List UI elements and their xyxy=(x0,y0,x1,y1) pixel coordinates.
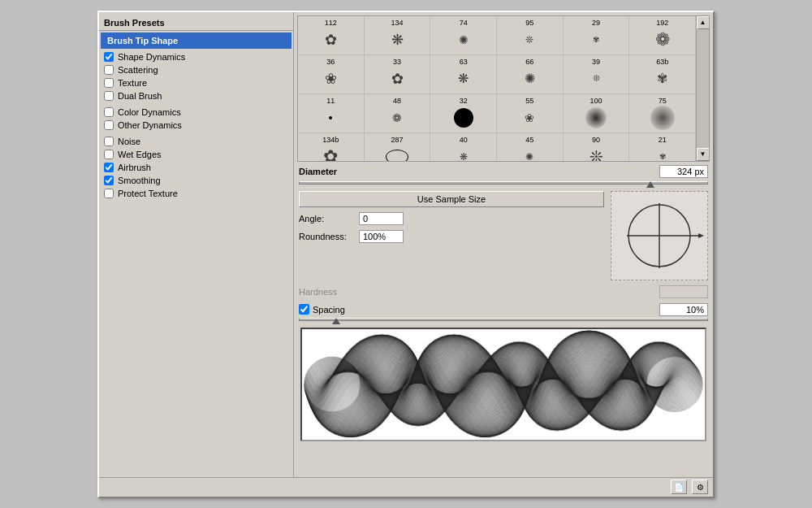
spacing-label[interactable]: Spacing xyxy=(299,304,345,315)
brush-cell-icon: ❀ xyxy=(516,106,542,129)
sidebar-item-color-dynamics[interactable]: Color Dynamics xyxy=(99,106,293,119)
brush-row: 36❀33✿63❋66✺39❊63b✾ xyxy=(298,55,696,94)
settings-icon[interactable]: ⚙ xyxy=(692,480,708,494)
brush-cell[interactable]: 36❀ xyxy=(298,55,365,94)
brush-cell-num: 32 xyxy=(460,98,468,105)
angle-input[interactable] xyxy=(359,212,404,225)
brush-grid-inner: 112✿134❋74✺95❊29✾192❁36❀33✿63❋66✺39❊63b✾… xyxy=(298,16,696,162)
roundness-input[interactable] xyxy=(359,230,404,243)
roundness-row: Roundness: xyxy=(299,230,604,243)
checkbox-label-4: Color Dynamics xyxy=(118,107,181,117)
sidebar-item-protect-texture[interactable]: Protect Texture xyxy=(99,187,293,200)
checkbox-10[interactable] xyxy=(104,189,114,198)
brush-diagram xyxy=(611,191,708,280)
brush-cell-icon: ❋ xyxy=(451,67,477,90)
checkbox-label-9: Smoothing xyxy=(118,176,161,185)
checkbox-1[interactable] xyxy=(104,65,114,75)
checkbox-label-0: Shape Dynamics xyxy=(118,52,185,62)
diameter-slider-thumb[interactable] xyxy=(646,181,654,188)
brush-row: 112✿134❋74✺95❊29✾192❁ xyxy=(298,16,696,55)
checkbox-3[interactable] xyxy=(104,91,114,101)
diameter-input[interactable] xyxy=(659,165,708,178)
brush-cell[interactable]: 33✿ xyxy=(365,55,431,94)
sidebar-item-other-dynamics[interactable]: Other Dynamics xyxy=(99,119,293,132)
brush-cell-num: 45 xyxy=(525,137,533,144)
sidebar-item-shape-dynamics[interactable]: Shape Dynamics xyxy=(99,50,293,63)
checkbox-label-10: Protect Texture xyxy=(118,189,178,198)
sidebar-item-texture[interactable]: Texture xyxy=(99,76,293,89)
angle-label: Angle: xyxy=(299,214,356,224)
scrollbar-track[interactable] xyxy=(697,29,710,148)
brush-cell[interactable]: 11 xyxy=(298,94,365,133)
scroll-down-btn[interactable]: ▼ xyxy=(697,148,710,161)
left-panel: Brush Presets Brush Tip Shape Shape Dyna… xyxy=(99,12,294,477)
brush-cell-icon: ✾ xyxy=(650,67,676,90)
spacing-slider-thumb[interactable] xyxy=(332,318,340,324)
spacing-checkbox[interactable] xyxy=(299,304,309,315)
brush-tip-shape-item[interactable]: Brush Tip Shape xyxy=(101,33,292,49)
brush-cell[interactable]: 29✾ xyxy=(564,16,630,55)
checkbox-0[interactable] xyxy=(104,52,114,62)
sidebar-item-wet-edges[interactable]: Wet Edges xyxy=(99,148,293,161)
brush-cell[interactable]: 45✺ xyxy=(497,133,564,162)
brush-cell[interactable]: 287 xyxy=(365,133,431,162)
brush-cell-num: 63b xyxy=(656,59,668,66)
brush-cell-num: 95 xyxy=(525,20,533,27)
checkbox-9[interactable] xyxy=(104,176,114,185)
preview-canvas xyxy=(302,329,705,440)
brush-cell[interactable]: 90❊ xyxy=(564,133,630,162)
brush-cell[interactable]: 32 xyxy=(430,94,497,133)
brush-cell-num: 192 xyxy=(656,20,668,27)
brush-cell-num: 39 xyxy=(592,59,600,66)
sidebar-item-airbrush[interactable]: Airbrush xyxy=(99,161,293,174)
brush-cell-num: 112 xyxy=(325,20,337,27)
brush-cell-icon: ✾ xyxy=(583,28,609,51)
sidebar-item-smoothing[interactable]: Smoothing xyxy=(99,174,293,187)
brush-cell-icon: ✾ xyxy=(650,145,676,162)
brush-cell-num: 134 xyxy=(391,20,403,27)
brush-cell[interactable]: 74✺ xyxy=(430,16,497,55)
scroll-up-btn[interactable]: ▲ xyxy=(697,16,710,29)
brush-cell[interactable]: 75 xyxy=(629,94,696,133)
brush-tip-svg xyxy=(615,195,704,276)
page-icon[interactable]: 📄 xyxy=(671,480,687,494)
checkbox-label-1: Scattering xyxy=(118,65,158,75)
brush-cell[interactable]: 112✿ xyxy=(298,16,365,55)
brush-cell-icon: ❁ xyxy=(650,28,676,51)
brush-cell-num: 63 xyxy=(460,59,468,66)
brush-cell[interactable]: 63❋ xyxy=(430,55,497,94)
brush-cell[interactable]: 66✺ xyxy=(497,55,564,94)
spacing-input[interactable] xyxy=(659,303,708,316)
spacing-slider-track[interactable] xyxy=(299,318,708,321)
sidebar-item-noise[interactable]: Noise xyxy=(99,135,293,148)
checkbox-5[interactable] xyxy=(104,120,114,130)
right-panel: 112✿134❋74✺95❊29✾192❁36❀33✿63❋66✺39❊63b✾… xyxy=(294,12,713,477)
checkbox-4[interactable] xyxy=(104,107,114,117)
brush-cell[interactable]: 134b✿ xyxy=(298,133,365,162)
sidebar-item-dual-brush[interactable]: Dual Brush xyxy=(99,89,293,102)
brush-cell[interactable]: 39❊ xyxy=(564,55,630,94)
brush-cell[interactable]: 95❊ xyxy=(497,16,564,55)
brush-cell-num: 21 xyxy=(659,137,667,144)
brush-cell[interactable]: 55❀ xyxy=(497,94,564,133)
brush-cell[interactable]: 134❋ xyxy=(365,16,431,55)
brush-cell-num: 90 xyxy=(592,137,600,144)
checkbox-7[interactable] xyxy=(104,150,114,159)
brush-cell[interactable]: 63b✾ xyxy=(629,55,696,94)
brush-cell-icon: ✺ xyxy=(451,28,477,51)
checkbox-2[interactable] xyxy=(104,78,114,88)
brush-cell[interactable]: 21✾ xyxy=(629,133,696,162)
brush-cell[interactable]: 40❋ xyxy=(430,133,497,162)
brush-cell[interactable]: 100 xyxy=(564,94,630,133)
brush-cell-num: 29 xyxy=(592,20,600,27)
checkbox-8[interactable] xyxy=(104,163,114,172)
brush-cell-icon: ❋ xyxy=(384,28,410,51)
hardness-input[interactable] xyxy=(659,285,708,298)
mid-row: Use Sample Size Angle: Roundness: xyxy=(297,188,710,284)
checkbox-6[interactable] xyxy=(104,137,114,146)
sidebar-item-scattering[interactable]: Scattering xyxy=(99,63,293,76)
diameter-slider-track[interactable] xyxy=(299,181,708,185)
use-sample-size-btn[interactable]: Use Sample Size xyxy=(299,191,604,207)
brush-cell[interactable]: 48❁ xyxy=(365,94,431,133)
brush-cell[interactable]: 192❁ xyxy=(629,16,696,55)
